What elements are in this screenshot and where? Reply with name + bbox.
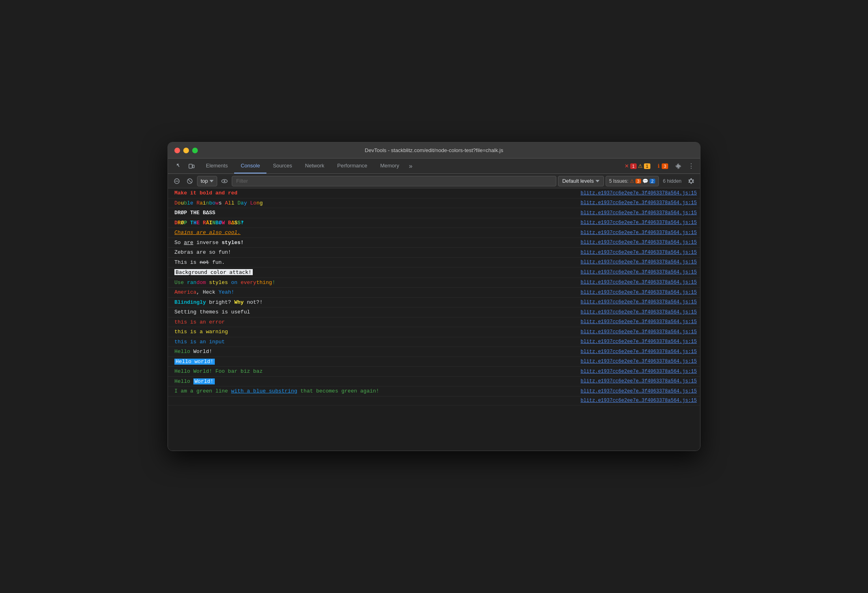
- console-row: So are inverse styles! blitz.e1937cc6e2e…: [168, 238, 700, 248]
- console-source[interactable]: blitz.e1937cc6e2ee7e…3f4063378a564.js:15: [581, 339, 697, 345]
- console-source[interactable]: blitz.e1937cc6e2ee7e…3f4063378a564.js:15: [581, 290, 697, 295]
- console-row: Make it bold and red blitz.e1937cc6e2ee7…: [168, 188, 700, 198]
- devtools-window: DevTools - stackblitz.com/edit/node-colo…: [168, 142, 700, 451]
- tab-sources[interactable]: Sources: [266, 159, 299, 173]
- warning-count: 1: [644, 163, 650, 169]
- console-source[interactable]: blitz.e1937cc6e2ee7e…3f4063378a564.js:15: [581, 230, 697, 236]
- console-source[interactable]: blitz.e1937cc6e2ee7e…3f4063378a564.js:15: [581, 200, 697, 206]
- filter-input[interactable]: [232, 176, 556, 186]
- console-source[interactable]: blitz.e1937cc6e2ee7e…3f4063378a564.js:15: [581, 359, 697, 364]
- console-row: DRØP THE RÄINBØW BΔSS‽ blitz.e1937cc6e2e…: [168, 218, 700, 228]
- svg-line-5: [188, 180, 191, 183]
- console-row: this is an error blitz.e1937cc6e2ee7e…3f…: [168, 317, 700, 328]
- tab-elements[interactable]: Elements: [199, 159, 234, 173]
- settings-button[interactable]: [673, 161, 684, 172]
- console-source[interactable]: blitz.e1937cc6e2ee7e…3f4063378a564.js:15: [581, 309, 697, 315]
- console-source[interactable]: blitz.e1937cc6e2ee7e…3f4063378a564.js:15: [581, 369, 697, 374]
- console-row: Background color attack! blitz.e1937cc6e…: [168, 267, 700, 278]
- console-source[interactable]: blitz.e1937cc6e2ee7e…3f4063378a564.js:15: [581, 299, 697, 305]
- console-source[interactable]: blitz.e1937cc6e2ee7e…3f4063378a564.js:15: [581, 388, 697, 394]
- console-source[interactable]: blitz.e1937cc6e2ee7e…3f4063378a564.js:15: [581, 190, 697, 196]
- console-row: Zebras are so fun! blitz.e1937cc6e2ee7e……: [168, 248, 700, 258]
- tabbar-right: ✕ 1 ⚠ 1 ℹ 3 ⋮: [622, 159, 697, 173]
- console-row: Setting themes is useful blitz.e1937cc6e…: [168, 307, 700, 317]
- error-badge-button[interactable]: ✕ 1 ⚠ 1: [622, 162, 653, 170]
- console-source[interactable]: blitz.e1937cc6e2ee7e…3f4063378a564.js:15: [581, 398, 697, 403]
- console-source[interactable]: blitz.e1937cc6e2ee7e…3f4063378a564.js:15: [581, 269, 697, 275]
- console-output[interactable]: Make it bold and red blitz.e1937cc6e2ee7…: [168, 188, 700, 451]
- console-row: Hello world! blitz.e1937cc6e2ee7e…3f4063…: [168, 357, 700, 367]
- top-context-select[interactable]: top: [197, 176, 217, 186]
- issues-warn-count: 3: [635, 179, 641, 184]
- tab-network[interactable]: Network: [299, 159, 331, 173]
- tab-console[interactable]: Console: [234, 159, 266, 173]
- console-toolbar: top Default levels 5 Issues: ⚠ 3 💬 2 6 h…: [168, 174, 700, 188]
- console-row: Hello World! Foo bar biz baz blitz.e1937…: [168, 367, 700, 377]
- svg-rect-1: [193, 165, 194, 168]
- tab-icons: [171, 159, 199, 173]
- console-row: Double Rainbows All Day Long blitz.e1937…: [168, 198, 700, 209]
- tab-memory[interactable]: Memory: [374, 159, 406, 173]
- console-source[interactable]: blitz.e1937cc6e2ee7e…3f4063378a564.js:15: [581, 240, 697, 245]
- settings-toolbar-button[interactable]: [686, 175, 697, 187]
- issues-badge[interactable]: 5 Issues: ⚠ 3 💬 2: [606, 176, 659, 186]
- hidden-count: 6 hidden: [660, 178, 684, 184]
- console-source[interactable]: blitz.e1937cc6e2ee7e…3f4063378a564.js:15: [581, 259, 697, 265]
- titlebar: DevTools - stackblitz.com/edit/node-colo…: [168, 142, 700, 159]
- block-icon-button[interactable]: [184, 175, 195, 187]
- tab-performance[interactable]: Performance: [331, 159, 373, 173]
- traffic-lights: [174, 148, 198, 153]
- console-row: blitz.e1937cc6e2ee7e…3f4063378a564.js:15: [168, 397, 700, 405]
- console-row: America, Heck Yeah! blitz.e1937cc6e2ee7e…: [168, 288, 700, 298]
- info-count: 3: [662, 163, 668, 169]
- console-source[interactable]: blitz.e1937cc6e2ee7e…3f4063378a564.js:15: [581, 250, 697, 255]
- inspect-element-button[interactable]: [174, 161, 185, 172]
- console-row: I am a green line with a blue substring …: [168, 386, 700, 397]
- window-title: DevTools - stackblitz.com/edit/node-colo…: [365, 147, 503, 153]
- minimize-button[interactable]: [183, 148, 189, 153]
- maximize-button[interactable]: [192, 148, 198, 153]
- close-button[interactable]: [174, 148, 180, 153]
- console-row: DRØP THE BΔSS blitz.e1937cc6e2ee7e…3f406…: [168, 208, 700, 218]
- console-source[interactable]: blitz.e1937cc6e2ee7e…3f4063378a564.js:15: [581, 210, 697, 216]
- svg-rect-0: [189, 164, 192, 168]
- error-count: 1: [630, 163, 637, 169]
- console-row: This is not fun. blitz.e1937cc6e2ee7e…3f…: [168, 258, 700, 268]
- issues-info-count: 2: [650, 179, 655, 184]
- info-badge-button[interactable]: ℹ 3: [655, 162, 671, 170]
- console-source[interactable]: blitz.e1937cc6e2ee7e…3f4063378a564.js:15: [581, 319, 697, 325]
- svg-point-7: [224, 180, 225, 182]
- more-options-button[interactable]: ⋮: [686, 161, 697, 172]
- tabbar: Elements Console Sources Network Perform…: [168, 159, 700, 174]
- console-source[interactable]: blitz.e1937cc6e2ee7e…3f4063378a564.js:15: [581, 280, 697, 285]
- device-toolbar-button[interactable]: [186, 161, 197, 172]
- top-label: top: [201, 178, 208, 184]
- console-source[interactable]: blitz.e1937cc6e2ee7e…3f4063378a564.js:15: [581, 329, 697, 335]
- console-source[interactable]: blitz.e1937cc6e2ee7e…3f4063378a564.js:15: [581, 378, 697, 384]
- console-row: this is a warning blitz.e1937cc6e2ee7e…3…: [168, 327, 700, 337]
- default-levels-label: Default levels: [562, 178, 594, 184]
- console-source[interactable]: blitz.e1937cc6e2ee7e…3f4063378a564.js:15: [581, 220, 697, 226]
- console-row: Chains are also cool. blitz.e1937cc6e2ee…: [168, 228, 700, 238]
- console-row: Use random styles on everything! blitz.e…: [168, 278, 700, 288]
- issues-label: 5 Issues:: [609, 178, 629, 184]
- clear-console-button[interactable]: [171, 175, 182, 187]
- default-levels-select[interactable]: Default levels: [558, 176, 604, 186]
- eye-icon-button[interactable]: [219, 175, 230, 187]
- console-row: Blindingly bright? Why not?! blitz.e1937…: [168, 298, 700, 308]
- console-source[interactable]: blitz.e1937cc6e2ee7e…3f4063378a564.js:15: [581, 349, 697, 355]
- more-tabs-button[interactable]: »: [406, 159, 416, 173]
- console-row: Hello World! blitz.e1937cc6e2ee7e…3f4063…: [168, 377, 700, 387]
- console-row: this is an input blitz.e1937cc6e2ee7e…3f…: [168, 337, 700, 347]
- console-row: Hello World! blitz.e1937cc6e2ee7e…3f4063…: [168, 347, 700, 357]
